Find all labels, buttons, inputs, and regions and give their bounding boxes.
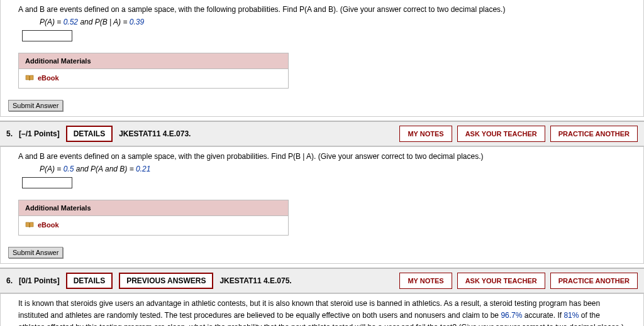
details-button[interactable]: DETAILS [66,126,113,142]
submit-answer-button-q5[interactable]: Submit Answer [8,247,63,258]
ask-teacher-button-q6[interactable]: ASK YOUR TEACHER [457,273,545,289]
ebook-label: eBook [38,74,59,82]
question-4-prompt: A and B are events defined on a sample s… [18,4,626,15]
q4-text: A and B are events defined on a sample s… [18,5,505,14]
question-6-body: It is known that steroids give users an … [1,294,643,326]
additional-materials-header-q5: Additional Materials [19,200,288,216]
my-notes-button[interactable]: MY NOTES [399,126,452,142]
book-icon [25,75,34,81]
q5-given-mid: and P(A and B) = [74,165,136,173]
q4-given-prefix: P(A) = [40,18,64,26]
additional-materials-body: eBook [19,69,288,88]
question-4: A and B are events defined on a sample s… [0,0,644,117]
q6-ref: JKESTAT11 4.E.075. [219,276,291,285]
q6-points: [0/1 Points] [19,276,60,285]
question-5: A and B are events defined on a sample s… [0,146,644,264]
practice-another-button-q6[interactable]: PRACTICE ANOTHER [550,273,638,289]
ebook-link[interactable]: eBook [25,74,59,82]
q4-val-a: 0.52 [64,18,78,26]
submit-answer-button[interactable]: Submit Answer [8,100,63,111]
question-6-header: 6. [0/1 Points] DETAILS PREVIOUS ANSWERS… [0,268,644,293]
additional-materials-box-q5: Additional Materials eBook [18,200,289,236]
question-4-given: P(A) = 0.52 and P(B | A) = 0.39 [40,18,626,26]
question-5-given: P(A) = 0.5 and P(A and B) = 0.21 [40,165,626,173]
q6-text-b: accurate. If [522,311,564,320]
submit-area-q5: Submit Answer [1,242,643,263]
q5-number: 5. [6,129,13,138]
question-6-prompt: It is known that steroids give users an … [18,298,626,326]
q5-points: [–/1 Points] [19,129,60,138]
q6-header-left: 6. [0/1 Points] DETAILS PREVIOUS ANSWERS… [6,273,292,289]
q5-val-b: 0.21 [136,165,150,173]
q6-val-clean: 81% [564,311,579,320]
ebook-label-q5: eBook [38,221,59,229]
previous-answers-button[interactable]: PREVIOUS ANSWERS [119,273,213,289]
question-5-body: A and B are events defined on a sample s… [1,147,643,242]
details-button-q6[interactable]: DETAILS [66,273,113,289]
q5-val-a: 0.5 [64,165,74,173]
q6-number: 6. [6,276,13,285]
q5-ref: JKESTAT11 4.E.073. [119,129,191,138]
answer-input-q4[interactable] [22,30,72,41]
question-6: It is known that steroids give users an … [0,293,644,326]
q5-given-prefix: P(A) = [40,165,64,173]
q6-val-acc: 96.7% [501,311,522,320]
answer-input-q5[interactable] [22,177,72,188]
additional-materials-body-q5: eBook [19,216,288,235]
question-4-body: A and B are events defined on a sample s… [1,0,643,95]
submit-area-q4: Submit Answer [1,95,643,116]
practice-another-button[interactable]: PRACTICE ANOTHER [550,126,638,142]
ebook-link-q5[interactable]: eBook [25,221,59,229]
additional-materials-header: Additional Materials [19,53,288,69]
q5-header-left: 5. [–/1 Points] DETAILS JKESTAT11 4.E.07… [6,126,191,142]
question-5-header: 5. [–/1 Points] DETAILS JKESTAT11 4.E.07… [0,121,644,146]
my-notes-button-q6[interactable]: MY NOTES [399,273,452,289]
book-icon [25,222,34,228]
additional-materials-box: Additional Materials eBook [18,53,289,89]
q4-given-mid: and P(B | A) = [78,18,130,26]
q5-header-right: MY NOTES ASK YOUR TEACHER PRACTICE ANOTH… [399,126,638,142]
q5-text: A and B are events defined on a sample s… [18,152,483,161]
ask-teacher-button[interactable]: ASK YOUR TEACHER [457,126,545,142]
q4-val-b: 0.39 [130,18,144,26]
question-5-prompt: A and B are events defined on a sample s… [18,151,626,162]
q6-header-right: MY NOTES ASK YOUR TEACHER PRACTICE ANOTH… [399,273,638,289]
